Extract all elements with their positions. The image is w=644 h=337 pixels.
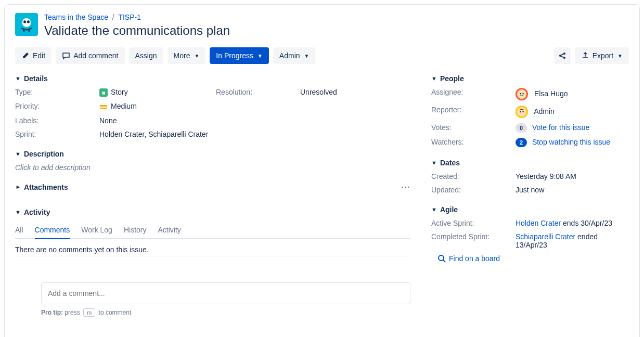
chevron-down-icon: ▼ [617,53,623,59]
reporter-value[interactable]: Admin [516,106,629,118]
tab-worklog[interactable]: Work Log [81,222,112,238]
type-value[interactable]: Story [99,88,210,97]
watchers-badge: 2 [516,138,527,147]
assign-button[interactable]: Assign [129,47,163,64]
find-on-board-link[interactable]: Find on a board [437,254,500,263]
chevron-down-icon: ▼ [15,209,21,215]
svg-point-16 [439,255,444,261]
svg-point-14 [520,111,521,113]
chevron-down-icon: ▼ [257,53,263,59]
resolution-value: Unresolved [300,88,410,97]
assignee-value[interactable]: Elsa Hugo [516,88,629,100]
breadcrumb-issue[interactable]: TISP-1 [118,13,141,21]
svg-point-11 [520,93,521,95]
svg-point-13 [517,107,526,116]
svg-rect-3 [23,29,24,32]
tab-activity[interactable]: Activity [158,222,181,238]
comment-input[interactable] [41,282,410,304]
export-icon [581,51,589,60]
priority-label: Priority: [15,102,93,111]
admin-button[interactable]: Admin ▼ [273,47,316,64]
priority-value[interactable]: Medium [99,102,210,111]
svg-rect-4 [28,29,30,32]
vote-link[interactable]: Vote for this issue [532,123,590,132]
add-comment-button[interactable]: Add comment [56,47,124,64]
chevron-right-icon: ▼ [15,184,21,190]
updated-label: Updated: [431,186,509,194]
svg-point-1 [23,20,26,23]
dates-header[interactable]: ▼ Dates [431,159,629,167]
updated-value: Just now [516,186,629,194]
avatar [516,106,528,118]
share-button[interactable] [554,47,571,64]
export-button[interactable]: Export ▼ [575,47,629,64]
resolution-label: Resolution: [216,88,294,97]
votes-badge: 0 [516,123,527,133]
watchers-label: Watchers: [431,138,509,147]
tab-history[interactable]: History [124,222,147,238]
chevron-down-icon: ▼ [431,160,437,166]
reporter-label: Reporter: [431,106,509,118]
active-sprint-label: Active Sprint: [431,219,509,227]
breadcrumb-project[interactable]: Teams in the Space [44,13,108,21]
people-header[interactable]: ▼ People [431,74,629,83]
completed-sprint-label: Completed Sprint: [431,232,509,249]
watchers-link[interactable]: Stop watching this issue [532,138,610,146]
svg-point-12 [522,93,524,95]
svg-point-15 [522,111,524,113]
activity-header[interactable]: ▼ Activity [15,208,410,216]
agile-header[interactable]: ▼ Agile [431,205,629,214]
more-button[interactable]: More ▼ [168,47,206,64]
labels-label: Labels: [15,116,93,125]
svg-rect-8 [100,105,107,107]
key-m: m [83,308,95,317]
search-icon [437,254,446,263]
pencil-icon [21,51,30,60]
attachments-actions[interactable]: ··· [401,183,410,191]
tab-comments[interactable]: Comments [35,222,70,238]
assignee-label: Assignee: [431,88,509,100]
labels-value[interactable]: None [99,116,210,125]
sprint-value[interactable]: Holden Crater, Schiaparelli Crater [99,130,210,138]
comments-empty: There are no comments yet on this issue. [15,245,410,254]
chevron-down-icon: ▼ [194,53,199,59]
type-label: Type: [15,88,93,97]
chevron-down-icon: ▼ [15,75,21,82]
attachments-header[interactable]: ▼ Attachments [15,183,68,191]
issue-title: Validate the communications plan [44,23,629,38]
project-avatar[interactable] [15,13,38,36]
svg-point-10 [517,89,526,99]
priority-medium-icon [99,103,108,111]
created-label: Created: [431,172,509,180]
toolbar: Edit Add comment Assign More ▼ In Progre… [15,47,629,64]
created-value: Yesterday 9:08 AM [516,172,629,180]
share-icon [558,51,566,60]
svg-point-2 [27,20,30,23]
completed-sprint-link[interactable]: Schiaparelli Crater [516,232,575,241]
comment-icon [62,51,70,60]
svg-point-6 [563,53,565,55]
chevron-down-icon: ▼ [15,151,21,157]
svg-rect-9 [100,108,107,109]
breadcrumb: Teams in the Space / TISP-1 [44,13,629,21]
description-header[interactable]: ▼ Description [15,150,410,158]
description-placeholder[interactable]: Click to add description [15,163,410,172]
story-icon [99,88,108,97]
active-sprint-link[interactable]: Holden Crater [516,219,561,227]
votes-label: Votes: [431,123,509,133]
chevron-down-icon: ▼ [431,75,437,82]
edit-button[interactable]: Edit [15,47,51,64]
svg-point-7 [563,57,565,59]
sprint-label: Sprint: [15,130,93,138]
chevron-down-icon: ▼ [431,206,437,213]
chevron-down-icon: ▼ [304,53,310,59]
tab-all[interactable]: All [15,222,23,238]
status-button[interactable]: In Progress ▼ [210,47,269,64]
avatar [516,88,528,100]
svg-point-0 [22,18,31,27]
protip: Pro tip: press m to comment [41,308,410,317]
details-header[interactable]: ▼ Details [15,74,410,83]
